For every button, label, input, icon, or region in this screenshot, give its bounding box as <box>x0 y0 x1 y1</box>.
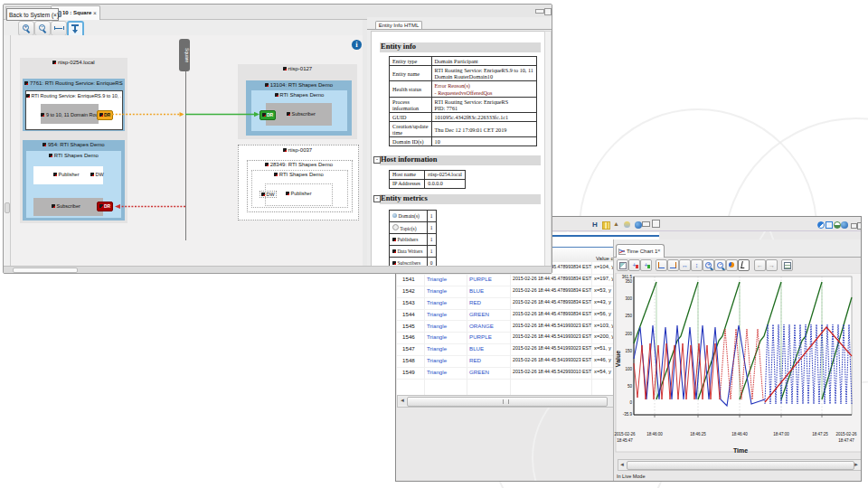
svg-text:18:46:40: 18:46:40 <box>731 432 748 436</box>
svg-text:Time: Time <box>733 447 748 454</box>
svg-text:150: 150 <box>625 349 632 353</box>
svg-text:300: 300 <box>625 296 632 301</box>
svg-text:18:47:00: 18:47:00 <box>773 432 789 436</box>
svg-text:18:47:25: 18:47:25 <box>812 432 828 436</box>
svg-text:50: 50 <box>627 384 633 389</box>
svg-text:18:46:00: 18:46:00 <box>646 432 663 436</box>
svg-text:250: 250 <box>625 314 632 318</box>
svg-text:2015-02-26: 2015-02-26 <box>614 432 636 436</box>
svg-text:350: 350 <box>625 279 632 284</box>
svg-text:Value: Value <box>615 351 621 367</box>
svg-text:18:45:47: 18:45:47 <box>617 438 633 443</box>
svg-text:-35.9: -35.9 <box>623 412 633 417</box>
svg-text:18:46:25: 18:46:25 <box>690 432 706 436</box>
svg-text:100: 100 <box>625 367 632 371</box>
svg-text:200: 200 <box>625 332 632 336</box>
svg-text:2015-02-26: 2015-02-26 <box>835 432 857 436</box>
svg-text:18:47:47: 18:47:47 <box>838 438 854 443</box>
